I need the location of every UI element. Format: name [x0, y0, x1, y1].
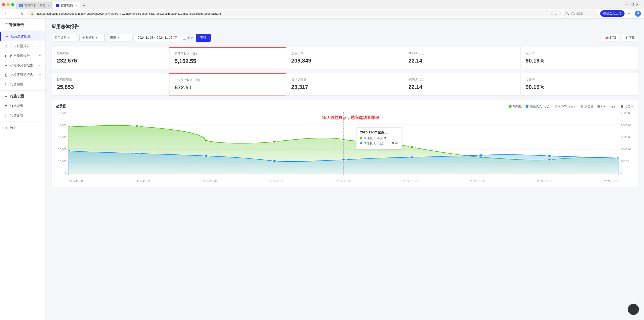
compare-checkbox[interactable]: 对比: [183, 36, 193, 40]
svg-point-21: [479, 154, 483, 156]
stat-daily-income-value: 572.51: [174, 84, 280, 91]
window-close-icon[interactable]: ✕: [636, 3, 639, 7]
float-btn-icon: ⏸: [632, 307, 635, 311]
app-label: 应用: [110, 36, 116, 40]
y-left-5: 50,000: [56, 112, 66, 115]
subscribe-btn[interactable]: 📣 订阅: [602, 34, 619, 42]
subscribe-label: 订阅: [610, 36, 616, 40]
stat-daily-income: 日均预估收入（元） 572.51: [169, 73, 286, 95]
compare-input[interactable]: [183, 36, 186, 39]
stat-ecpm-label: eCPM（元）: [408, 51, 515, 55]
browser-address-bar: ← → ↻ 🔒 https://union.baidu.com/bqt/appc…: [0, 9, 644, 18]
svg-point-17: [204, 155, 208, 157]
stat-daily-clicks: 日均点击量 23,317: [286, 73, 403, 95]
upload-btn[interactable]: 拖拽至此上传: [600, 10, 625, 17]
float-btn[interactable]: ⏸: [628, 304, 639, 315]
chart-svg-area[interactable]: [69, 112, 618, 175]
browser-more-btn[interactable]: ···: [627, 11, 633, 16]
new-tab-btn[interactable]: +: [80, 2, 87, 9]
chart-section: 趋势图 展现量 预估收入（元） eCPM（元）: [52, 100, 638, 187]
sidebar-settings-label: 报告设置: [10, 94, 24, 99]
chart-y-axis-right: 2,500.00 2,000.00 1,500.00 1,000.00 500.…: [618, 112, 634, 175]
forward-btn[interactable]: →: [11, 11, 17, 17]
tab1-favicon: B: [19, 4, 23, 7]
legend-label-clicks: 点击量: [584, 104, 593, 109]
svg-point-11: [410, 146, 414, 148]
stat-daily-click-rate: 点击率 90.19%: [521, 73, 638, 95]
browser-avatar[interactable]: U: [635, 11, 641, 17]
app-select[interactable]: 应用 ▼: [107, 34, 132, 42]
sidebar-label-warning-settings: 预警设置: [10, 113, 41, 118]
star-icon[interactable]: ☆: [555, 12, 558, 15]
maximize-window-btn[interactable]: [11, 3, 14, 6]
sidebar-label-mini-dist: 小程序分发报告: [10, 63, 37, 68]
svg-point-8: [204, 140, 208, 142]
download-btn[interactable]: ⬇ 下载: [622, 34, 638, 42]
browser-search-box[interactable]: 🔍 点此搜索: [563, 10, 598, 17]
secure-icon: 🔒: [31, 12, 34, 15]
stat-click-rate: 点击率 90.19%: [521, 47, 638, 69]
ad-alliance-arrow: ▼: [39, 45, 41, 48]
tooltip-views-value: 26,269: [377, 136, 386, 140]
tab2-close[interactable]: ×: [76, 4, 77, 7]
mini-flow-icon: ⟨⟩: [4, 73, 8, 77]
business-type-label: 业务类型: [82, 36, 94, 40]
svg-point-15: [69, 150, 71, 152]
sidebar-item-warning-report[interactable]: ⚐ 预警报告: [0, 80, 45, 89]
sidebar-item-mini-dist[interactable]: ✦ 小程序分发报告 ▼: [0, 61, 45, 70]
close-window-btn[interactable]: [2, 3, 5, 6]
sidebar-item-mini-flow[interactable]: ⟨⟩ 小程序引流报告 ▼: [0, 70, 45, 80]
app-arrow: ▼: [117, 36, 120, 39]
url-bar[interactable]: 🔒 https://union.baidu.com/bqt/appco.html…: [27, 10, 561, 17]
sidebar-item-collapse[interactable]: « 收起: [0, 123, 45, 132]
sidebar-item-warning-settings[interactable]: ⚐ 预警设置: [0, 111, 45, 121]
main-content: 应用总体报告 应用类型 ▼ 业务类型 ▼ 应用 ▼ 2024-11-08 ~ 2…: [46, 18, 644, 320]
chart-tooltip: 2024-11-12 星期二 展现量 : 26,269 预估收入（元） : 55…: [356, 127, 402, 149]
back-btn[interactable]: ←: [3, 11, 9, 17]
legend-income: 预估收入（元）: [526, 104, 551, 109]
chart-container[interactable]: 50,000 40,000 30,000 20,000 10,000 0 2,5…: [56, 112, 634, 183]
sidebar-label-warning-report: 预警报告: [10, 82, 41, 87]
y-right-5: 2,500.00: [620, 112, 634, 115]
tab1-close[interactable]: ×: [48, 4, 49, 7]
browser-tab-2[interactable]: B 百度联盟 ×: [53, 2, 80, 9]
tooltip-title: 2024-11-12 星期二: [360, 130, 398, 135]
stat-daily-views-label: 日均展现量: [57, 77, 164, 82]
window-minimize-icon[interactable]: —: [625, 2, 629, 7]
stat-daily-ecpm-value: 22.14: [408, 84, 515, 90]
business-type-select[interactable]: 业务类型 ▼: [79, 34, 105, 42]
sidebar-item-ad-alliance[interactable]: ◫ 广告联盟报告 ▼: [0, 41, 45, 51]
query-btn[interactable]: 查询: [196, 34, 211, 42]
subscription-icon: ⚙: [4, 104, 8, 108]
browser-chrome: B 百度联盟 - 搜索 × B 百度联盟 × + — ❐ ✕ ← → ↻ 🔒 h…: [0, 0, 644, 18]
chart-title: 趋势图: [56, 104, 66, 109]
chart-svg: [69, 112, 618, 175]
minimize-window-btn[interactable]: [7, 3, 10, 6]
sidebar-item-subscription[interactable]: ⚙ 订阅设置: [0, 101, 45, 111]
chart-header: 趋势图 展现量 预估收入（元） eCPM（元）: [56, 104, 634, 109]
sidebar-divider-1: [0, 90, 45, 91]
sidebar-label-subscription: 订阅设置: [10, 104, 41, 108]
date-range-picker[interactable]: 2024-11-08 ~ 2024-11-16 📅: [135, 34, 180, 41]
y-right-2: 1,000.00: [620, 148, 634, 151]
stat-total-clicks-value: 209,849: [291, 57, 398, 64]
app-type-select[interactable]: 应用类型 ▼: [52, 34, 77, 42]
calendar-icon: 📅: [174, 36, 177, 39]
svg-point-23: [616, 157, 618, 159]
window-restore-icon[interactable]: ❐: [631, 3, 634, 7]
x-label-6: 2024-11-14: [470, 179, 484, 183]
sidebar-item-app-overall[interactable]: ≡ 应用总体报告: [0, 32, 45, 41]
reload-icon[interactable]: ↻: [551, 12, 553, 15]
sidebar-item-content-alliance[interactable]: ◧ 内容联盟报告 ▼: [0, 51, 45, 61]
x-label-7: 2024-11-15: [537, 179, 551, 183]
browser-tab-1[interactable]: B 百度联盟 - 搜索 ×: [16, 2, 52, 9]
legend-click-rate: 点击率: [621, 104, 634, 109]
svg-point-16: [135, 152, 139, 154]
stat-click-rate-label: 点击率: [526, 51, 633, 55]
ad-alliance-icon: ◫: [4, 44, 8, 48]
legend-label-click-rate: 点击率: [625, 104, 634, 109]
stat-daily-views-value: 25,853: [57, 84, 164, 90]
y-left-2: 20,000: [56, 148, 66, 151]
tooltip-income-item: 预估收入（元） : 550.26: [360, 141, 398, 146]
refresh-btn[interactable]: ↻: [19, 11, 25, 17]
